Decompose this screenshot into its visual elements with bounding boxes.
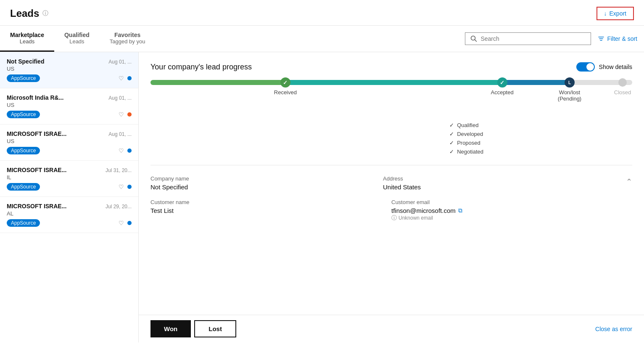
lead-date: Aug 01, ... — [108, 131, 132, 137]
progress-track: ✓ ✓ L — [150, 80, 632, 85]
tab-favorites-sublabel: Tagged by you — [110, 38, 145, 45]
lead-date: Jul 31, 20... — [106, 167, 132, 173]
lead-footer: AppSource ♡ — [7, 147, 132, 154]
appsource-badge: AppSource — [7, 147, 40, 154]
close-error-link[interactable]: Close as error — [595, 326, 632, 332]
node-received: ✓ — [280, 77, 290, 88]
address-label: Address — [383, 175, 615, 182]
appsource-badge: AppSource — [7, 219, 40, 227]
node-accepted: ✓ — [497, 77, 507, 88]
lead-footer: AppSource ♡ — [7, 74, 132, 82]
heart-icon[interactable]: ♡ — [119, 111, 124, 118]
appsource-badge: AppSource — [7, 183, 40, 191]
heart-icon[interactable]: ♡ — [119, 75, 124, 82]
status-dot — [127, 76, 132, 80]
tab-favorites[interactable]: Favorites Tagged by you — [100, 26, 156, 52]
lead-footer: AppSource ♡ — [7, 219, 132, 227]
lead-header: Microsoft India R&... Aug 01, ... — [7, 94, 132, 101]
export-icon: ↓ — [604, 10, 607, 17]
customer-email-col: Customer email tfinson@microsoft.com ⧉ ⓘ… — [391, 199, 632, 222]
filter-sort-button[interactable]: Filter & sort — [598, 35, 637, 42]
unknown-email-label: Unknown email — [399, 215, 433, 221]
lead-company: Microsoft India R&... — [7, 94, 63, 101]
email-copy-row: tfinson@microsoft.com ⧉ — [391, 207, 632, 214]
lead-header: Not Specified Aug 01, ... — [7, 58, 132, 65]
heart-icon[interactable]: ♡ — [119, 183, 124, 190]
search-box — [465, 32, 591, 45]
search-input[interactable] — [480, 35, 586, 42]
customer-email-value: tfinson@microsoft.com — [391, 207, 456, 214]
label-accepted: Accepted — [491, 89, 513, 96]
address-col: Address United States — [383, 175, 615, 191]
status-dot — [127, 149, 132, 153]
lead-item[interactable]: Microsoft India R&... Aug 01, ... US App… — [0, 88, 138, 125]
progress-title: Your company's lead progress — [150, 63, 252, 72]
lead-item[interactable]: MICROSOFT ISRAE... Aug 01, ... US AppSou… — [0, 125, 138, 161]
lead-actions: ♡ — [119, 183, 132, 190]
company-name-value: Not Specified — [150, 183, 383, 191]
lead-actions: ♡ — [119, 147, 132, 154]
tab-qualified[interactable]: Qualified Leads — [54, 26, 100, 52]
unknown-email-icon: ⓘ — [391, 214, 397, 222]
pending-label-qualified: Qualified — [457, 122, 478, 128]
lead-header: MICROSOFT ISRAE... Jul 31, 20... — [7, 167, 132, 173]
tab-qualified-sublabel: Leads — [64, 38, 90, 45]
node-closed — [618, 78, 627, 87]
check-icon: ✓ — [449, 149, 454, 155]
info-icon[interactable]: ⓘ — [42, 10, 48, 17]
lead-country: US — [7, 138, 132, 144]
filter-icon — [598, 35, 604, 42]
lead-country: IL — [7, 174, 132, 180]
label-received: Received — [274, 89, 297, 96]
lead-company: MICROSOFT ISRAE... — [7, 167, 66, 173]
company-name-label: Company name — [150, 175, 383, 182]
search-icon — [470, 35, 477, 42]
customer-name-value: Test List — [150, 207, 391, 214]
lead-country: US — [7, 66, 132, 72]
lead-date: Jul 29, 20... — [106, 204, 132, 210]
pending-label-negotiated: Negotiated — [457, 149, 483, 155]
export-label: Export — [610, 10, 626, 17]
lead-actions: ♡ — [119, 75, 132, 82]
lead-header: MICROSOFT ISRAE... Jul 29, 20... — [7, 203, 132, 210]
progress-header: Your company's lead progress Show detail… — [150, 62, 632, 72]
track-segment-blue — [502, 80, 570, 85]
tabs-bar: Marketplace Leads Qualified Leads Favori… — [0, 26, 644, 52]
collapse-icon[interactable]: ⌃ — [626, 177, 632, 186]
status-dot — [127, 112, 132, 117]
heart-icon[interactable]: ♡ — [119, 147, 124, 154]
toggle-knob — [586, 63, 594, 71]
won-button[interactable]: Won — [150, 320, 191, 337]
lead-country: US — [7, 102, 132, 108]
lead-company: MICROSOFT ISRAE... — [7, 203, 66, 210]
check-icon: ✓ — [449, 131, 454, 137]
export-button[interactable]: ↓ Export — [596, 7, 634, 20]
detail-panel: Your company's lead progress Show detail… — [139, 52, 644, 315]
tab-marketplace[interactable]: Marketplace Leads — [0, 26, 54, 52]
company-name-col: Company name Not Specified — [150, 175, 383, 191]
lead-date: Aug 01, ... — [108, 95, 132, 101]
lead-item[interactable]: MICROSOFT ISRAE... Jul 29, 20... AL AppS… — [0, 197, 138, 233]
lead-item[interactable]: Not Specified Aug 01, ... US AppSource ♡ — [0, 52, 138, 88]
lost-button[interactable]: Lost — [194, 320, 236, 337]
show-details-toggle: Show details — [576, 62, 632, 72]
toggle-switch[interactable] — [576, 62, 595, 72]
check-icon: ✓ — [449, 140, 454, 146]
heart-icon[interactable]: ♡ — [119, 220, 124, 226]
action-buttons: Won Lost — [150, 320, 236, 337]
lead-company: Not Specified — [7, 58, 44, 65]
lead-country: AL — [7, 210, 132, 217]
unknown-email-row: ⓘ Unknown email — [391, 214, 632, 222]
address-value: United States — [383, 183, 615, 191]
details-section: Company name Not Specified Address Unite… — [150, 172, 632, 234]
search-area: Filter & sort — [465, 32, 644, 45]
track-segment-teal — [285, 80, 502, 85]
appsource-badge: AppSource — [7, 74, 40, 82]
copy-icon[interactable]: ⧉ — [458, 207, 462, 214]
lead-date: Aug 01, ... — [108, 59, 132, 65]
svg-line-1 — [475, 40, 477, 42]
lead-item[interactable]: MICROSOFT ISRAE... Jul 31, 20... IL AppS… — [0, 161, 138, 197]
title-wrap: Leads ⓘ — [10, 8, 48, 19]
pending-label-proposed: Proposed — [457, 140, 480, 146]
lead-actions: ♡ — [119, 220, 132, 226]
